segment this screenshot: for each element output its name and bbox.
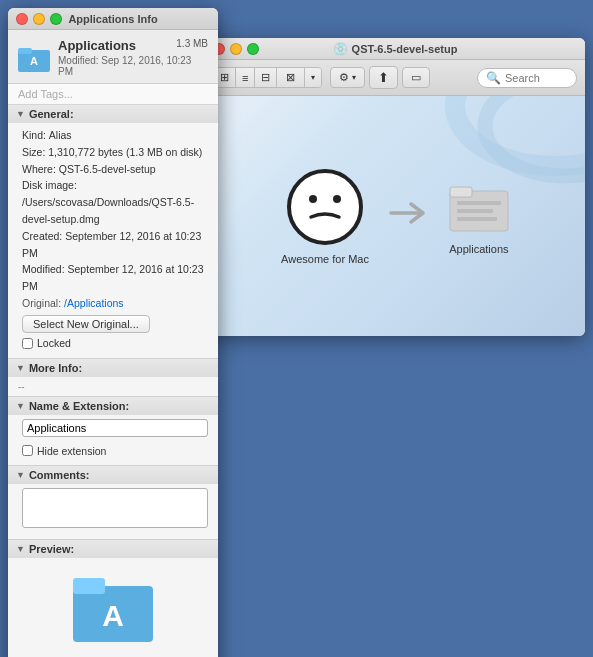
comments-label: Comments: [29,469,90,481]
svg-rect-4 [73,578,105,594]
info-window: Applications Info A Applications 1.3 MB … [8,8,218,657]
more-info-content: -- [8,377,218,396]
column-view-button[interactable]: ⊟ [255,68,277,87]
preview-header[interactable]: ▼ Preview: [8,540,218,558]
kind-row: Kind: Alias [22,127,208,144]
locked-label: Locked [37,335,71,352]
size-row: Size: 1,310,772 bytes (1.3 MB on disk) [22,144,208,161]
chevron-icon: ▼ [16,470,25,480]
svg-rect-16 [457,217,497,221]
chevron-icon: ▼ [16,363,25,373]
close-button[interactable] [16,13,28,25]
svg-point-6 [455,96,585,166]
right-arrow-svg [389,198,429,228]
svg-rect-14 [457,201,501,205]
svg-text:A: A [102,599,124,632]
applications-folder-container [449,177,509,237]
search-input[interactable] [505,72,575,84]
tags-field[interactable]: Add Tags... [8,84,218,105]
more-info-label: More Info: [29,362,82,374]
info-titlebar: Applications Info [8,8,218,30]
chevron-icon: ▼ [16,544,25,554]
original-value: /Applications [64,297,124,309]
hide-extension-row: Hide extension [22,443,208,460]
share-button[interactable]: ⬆ [369,66,398,89]
awesome-for-mac-icon [285,167,365,247]
finder-content: Awesome for Mac Appli [205,96,585,336]
general-content: Kind: Alias Size: 1,310,772 bytes (1.3 M… [8,123,218,358]
comments-section: ▼ Comments: [8,466,218,540]
name-input[interactable] [22,419,208,437]
locked-row: Locked [22,335,208,352]
search-box: 🔍 [477,68,577,88]
comments-content [8,484,218,539]
search-icon: 🔍 [486,71,501,85]
traffic-lights [16,13,62,25]
finder-window-title: 💿 QST-6.5-devel-setup [205,42,585,56]
more-info-section: ▼ More Info: -- [8,359,218,397]
chevron-icon: ▼ [16,109,25,119]
locked-checkbox[interactable] [22,338,33,349]
info-header-text: Applications 1.3 MB Modified: Sep 12, 20… [58,38,208,77]
finder-toolbar: ⊞ ≡ ⊟ ⊠ ▾ ⚙▾ ⬆ ▭ 🔍 [205,60,585,96]
general-label: General: [29,108,74,120]
list-view-button[interactable]: ≡ [236,68,255,87]
name-extension-label: Name & Extension: [29,400,129,412]
finder-traffic-lights [213,43,259,55]
smiley-icon-container [285,167,365,247]
svg-text:A: A [30,55,38,67]
svg-rect-13 [450,187,472,197]
comments-textarea[interactable] [22,488,208,528]
select-new-original-button[interactable]: Select New Original... [22,315,150,333]
arrow-icon [389,198,429,235]
preview-content: A [8,558,218,657]
svg-point-8 [289,171,361,243]
view-options-button[interactable]: ▾ [305,68,321,87]
name-extension-section: ▼ Name & Extension: Hide extension [8,397,218,467]
chevron-icon: ▼ [16,401,25,411]
finder-maximize-button[interactable] [247,43,259,55]
applications-folder-icon [449,177,509,237]
svg-point-9 [309,195,317,203]
folder-icon-small: A [18,42,50,74]
awesome-for-mac-item[interactable]: Awesome for Mac [281,167,369,265]
svg-rect-15 [457,209,493,213]
name-extension-header[interactable]: ▼ Name & Extension: [8,397,218,415]
more-info-header[interactable]: ▼ More Info: [8,359,218,377]
arrange-button[interactable]: ▭ [402,67,430,88]
maximize-button[interactable] [50,13,62,25]
general-header[interactable]: ▼ General: [8,105,218,123]
folder-preview-icon: A [73,568,153,648]
svg-rect-1 [18,48,32,54]
finder-title-disk-icon: 💿 [333,42,348,56]
created-row: Created: September 12, 2016 at 10:23 PM [22,228,208,262]
finder-minimize-button[interactable] [230,43,242,55]
preview-label: Preview: [29,543,74,555]
applications-label: Applications [449,243,508,255]
action-button[interactable]: ⚙▾ [330,67,365,88]
original-row: Original: /Applications [22,295,208,312]
app-modified: Modified: Sep 12, 2016, 10:23 PM [58,55,208,77]
where-row: Where: QST-6.5-devel-setup [22,161,208,178]
disk-image-row: Disk image: /Users/scovasa/Downloads/QST… [22,177,208,227]
svg-point-10 [333,195,341,203]
hide-extension-checkbox[interactable] [22,445,33,456]
modified-row: Modified: September 12, 2016 at 10:23 PM [22,261,208,295]
coverflow-view-button[interactable]: ⊠ [277,68,305,87]
app-size: 1.3 MB [176,38,208,49]
hide-extension-label: Hide extension [37,443,106,460]
preview-section: ▼ Preview: A [8,540,218,657]
info-header: A Applications 1.3 MB Modified: Sep 12, … [8,30,218,84]
view-mode-group: ⊞ ≡ ⊟ ⊠ ▾ [213,67,322,88]
name-extension-content: Hide extension [8,415,218,466]
finder-titlebar: 💿 QST-6.5-devel-setup [205,38,585,60]
minimize-button[interactable] [33,13,45,25]
awesome-for-mac-label: Awesome for Mac [281,253,369,265]
applications-item[interactable]: Applications [449,177,509,255]
general-section: ▼ General: Kind: Alias Size: 1,310,772 b… [8,105,218,359]
app-name: Applications [58,38,136,53]
comments-header[interactable]: ▼ Comments: [8,466,218,484]
finder-window: 💿 QST-6.5-devel-setup ⊞ ≡ ⊟ ⊠ ▾ ⚙▾ ⬆ ▭ 🔍 [205,38,585,336]
